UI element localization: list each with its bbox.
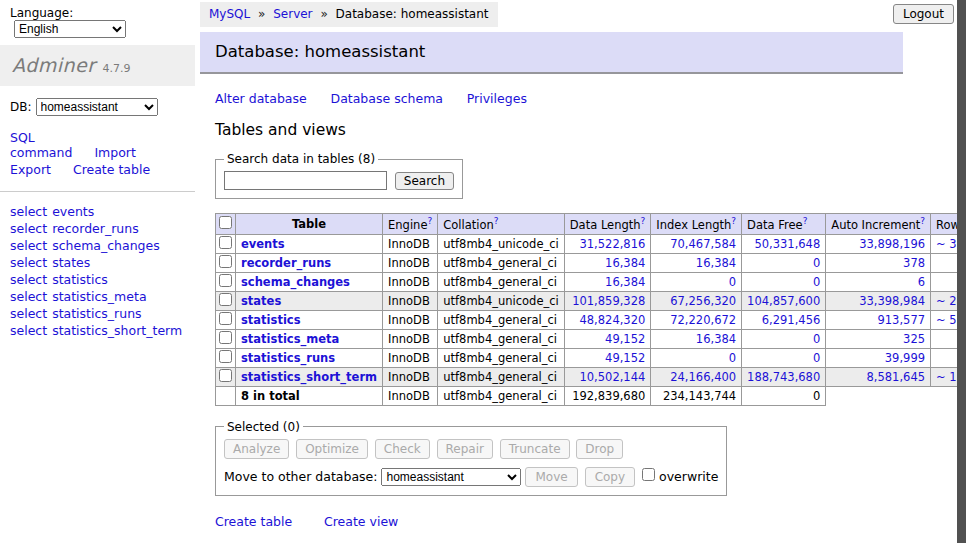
sidebar-item-statistics-runs: selectstatistics_runs [10,306,185,322]
table-name-link[interactable]: recorder_runs [241,256,331,270]
select-statistics-short-term-link[interactable]: select [10,323,47,338]
sidebar-item-events: selectevents [10,204,185,220]
table-row: statistics_runs InnoDB utf8mb4_general_c… [216,348,966,367]
states-table-link[interactable]: states [52,255,90,270]
row-checkbox[interactable] [219,312,232,325]
import-link[interactable]: Import [94,145,136,160]
sql-command-link[interactable]: SQL command [10,130,72,160]
export-link[interactable]: Export [10,162,51,177]
select-statistics-meta-link[interactable]: select [10,289,47,304]
auto-increment-help-icon[interactable]: ? [920,216,925,226]
data-free-help-icon[interactable]: ? [803,216,808,226]
breadcrumb: MySQL » Server » Database: homeassistant [200,2,498,27]
language-row: Language:English [0,0,195,45]
data-length-help-icon[interactable]: ? [641,216,646,226]
column-header-table: Table [236,214,383,235]
table-name-link[interactable]: statistics_runs [241,351,335,365]
app-version: 4.7.9 [102,62,130,75]
sidebar-item-recorder-runs: selectrecorder_runs [10,221,185,237]
create-table-link-sidebar[interactable]: Create table [73,162,150,177]
engine-help-icon[interactable]: ? [427,216,432,226]
table-row: states InnoDB utf8mb4_unicode_ci 101,859… [216,291,966,310]
collation-help-icon[interactable]: ? [494,216,499,226]
create-view-link[interactable]: Create view [324,514,398,529]
breadcrumb-current: Database: homeassistant [336,7,489,21]
logout-button[interactable]: Logout [893,4,954,24]
search-button[interactable]: Search [395,172,454,190]
table-name-link[interactable]: events [241,237,285,251]
selected-fieldset: Selected (0) Analyze Optimize Check Repa… [215,420,727,496]
row-checkbox[interactable] [219,255,232,268]
statistics-short-term-table-link[interactable]: statistics_short_term [52,323,182,338]
tables-and-views-heading: Tables and views [215,121,956,139]
truncate-button[interactable]: Truncate [500,439,570,459]
table-row: events InnoDB utf8mb4_unicode_ci 31,522,… [216,234,966,253]
overwrite-label[interactable]: overwrite [659,469,718,484]
breadcrumb-mysql-link[interactable]: MySQL [209,7,250,21]
sidebar-item-statistics-meta: selectstatistics_meta [10,289,185,305]
select-recorder-runs-link[interactable]: select [10,221,47,236]
row-checkbox[interactable] [219,331,232,344]
drop-button[interactable]: Drop [576,439,623,459]
select-events-link[interactable]: select [10,204,47,219]
statistics-table-link[interactable]: statistics [52,272,108,287]
select-all-checkbox[interactable] [219,216,232,229]
events-table-link[interactable]: events [52,204,94,219]
language-select[interactable]: English [14,20,126,38]
select-statistics-runs-link[interactable]: select [10,306,47,321]
create-links: Create table Create view [215,514,956,529]
select-schema-changes-link[interactable]: select [10,238,47,253]
overwrite-checkbox[interactable] [642,468,655,481]
breadcrumb-server-link[interactable]: Server [273,7,312,21]
recorder-runs-table-link[interactable]: recorder_runs [52,221,139,236]
table-name-link[interactable]: statistics [241,313,301,327]
schema-changes-table-link[interactable]: schema_changes [52,238,160,253]
select-statistics-link[interactable]: select [10,272,47,287]
index-length-help-icon[interactable]: ? [731,216,736,226]
row-checkbox[interactable] [219,274,232,287]
row-checkbox[interactable] [219,350,232,363]
analyze-button[interactable]: Analyze [224,439,289,459]
search-input[interactable] [224,171,387,190]
table-name-link[interactable]: statistics_meta [241,332,339,346]
search-fieldset: Search data in tables (8) Search [215,152,463,199]
database-schema-link[interactable]: Database schema [331,91,443,106]
check-button[interactable]: Check [375,439,430,459]
copy-button[interactable]: Copy [585,467,635,487]
move-button[interactable]: Move [525,467,577,487]
row-checkbox[interactable] [219,236,232,249]
statistics-meta-table-link[interactable]: statistics_meta [52,289,146,304]
sidebar-item-statistics-short-term: selectstatistics_short_term [10,323,185,339]
statistics-runs-table-link[interactable]: statistics_runs [52,306,141,321]
column-header-data-length: Data Length? [564,214,651,235]
repair-button[interactable]: Repair [437,439,493,459]
table-name-link[interactable]: statistics_short_term [241,370,377,384]
total-label: 8 in total [236,386,383,405]
sidebar-table-list: selectevents selectrecorder_runs selects… [0,192,195,352]
optimize-button[interactable]: Optimize [296,439,368,459]
create-table-link[interactable]: Create table [215,514,292,529]
main-content: MySQL » Server » Database: homeassistant… [200,0,956,543]
table-row: statistics_short_term InnoDB utf8mb4_gen… [216,367,966,386]
row-checkbox[interactable] [219,369,232,382]
table-header-row: Table Engine? Collation? Data Length? In… [216,214,966,235]
table-total-row: 8 in total InnoDB utf8mb4_general_ci 192… [216,386,966,405]
db-selector-row: DB:homeassistant [0,86,195,120]
row-checkbox[interactable] [219,293,232,306]
select-states-link[interactable]: select [10,255,47,270]
breadcrumb-separator: » [320,7,327,21]
app-name: Adminer [12,54,96,76]
vertical-scrollbar[interactable] [957,0,966,543]
move-database-select[interactable]: homeassistant [381,468,521,486]
privileges-link[interactable]: Privileges [467,91,527,106]
language-label: Language: [10,6,73,20]
table-name-link[interactable]: states [241,294,281,308]
column-header-engine: Engine? [383,214,438,235]
sidebar-item-states: selectstates [10,255,185,271]
alter-database-link[interactable]: Alter database [215,91,307,106]
page-title: Database: homeassistant [200,32,903,74]
table-name-link[interactable]: schema_changes [241,275,350,289]
db-select[interactable]: homeassistant [36,98,158,116]
column-header-data-free: Data Free? [742,214,826,235]
table-row: statistics InnoDB utf8mb4_general_ci 48,… [216,310,966,329]
